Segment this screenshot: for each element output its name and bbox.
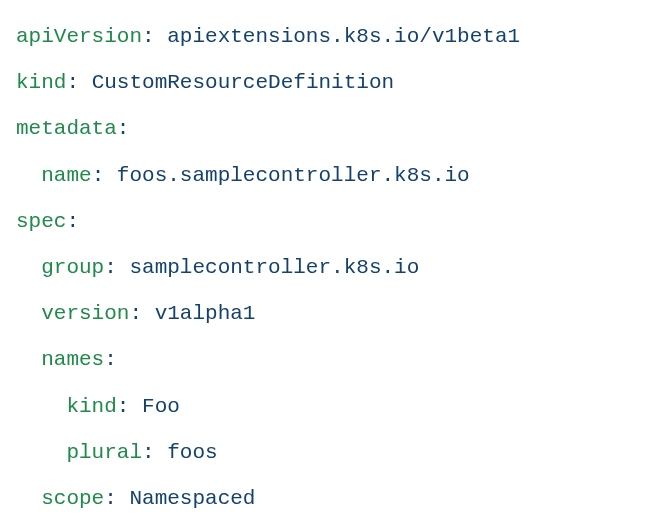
code-line: kind: Foo — [16, 384, 635, 430]
yaml-value: v1alpha1 — [155, 302, 256, 325]
yaml-key: kind — [66, 395, 116, 418]
colon: : — [66, 71, 91, 94]
yaml-key: spec — [16, 210, 66, 233]
colon: : — [117, 117, 130, 140]
code-line: apiVersion: apiextensions.k8s.io/v1beta1 — [16, 14, 635, 60]
yaml-code-block: apiVersion: apiextensions.k8s.io/v1beta1… — [16, 14, 635, 522]
code-line: plural: foos — [16, 430, 635, 476]
yaml-key: version — [41, 302, 129, 325]
colon: : — [104, 487, 129, 510]
colon: : — [92, 164, 117, 187]
yaml-value: CustomResourceDefinition — [92, 71, 394, 94]
colon: : — [142, 441, 167, 464]
code-line: kind: CustomResourceDefinition — [16, 60, 635, 106]
colon: : — [117, 395, 142, 418]
code-line: name: foos.samplecontroller.k8s.io — [16, 153, 635, 199]
code-line: scope: Namespaced — [16, 476, 635, 522]
yaml-value: Namespaced — [129, 487, 255, 510]
code-line: spec: — [16, 199, 635, 245]
yaml-key: group — [41, 256, 104, 279]
code-line: names: — [16, 337, 635, 383]
colon: : — [104, 348, 117, 371]
yaml-key: kind — [16, 71, 66, 94]
yaml-key: plural — [66, 441, 142, 464]
yaml-key: scope — [41, 487, 104, 510]
colon: : — [66, 210, 79, 233]
yaml-key: metadata — [16, 117, 117, 140]
colon: : — [142, 25, 167, 48]
colon: : — [104, 256, 129, 279]
yaml-key: apiVersion — [16, 25, 142, 48]
yaml-value: samplecontroller.k8s.io — [129, 256, 419, 279]
yaml-value: foos — [167, 441, 217, 464]
yaml-value: foos.samplecontroller.k8s.io — [117, 164, 470, 187]
yaml-value: apiextensions.k8s.io/v1beta1 — [167, 25, 520, 48]
colon: : — [129, 302, 154, 325]
yaml-key: names — [41, 348, 104, 371]
yaml-value: Foo — [142, 395, 180, 418]
code-line: group: samplecontroller.k8s.io — [16, 245, 635, 291]
code-line: metadata: — [16, 106, 635, 152]
code-line: version: v1alpha1 — [16, 291, 635, 337]
yaml-key: name — [41, 164, 91, 187]
